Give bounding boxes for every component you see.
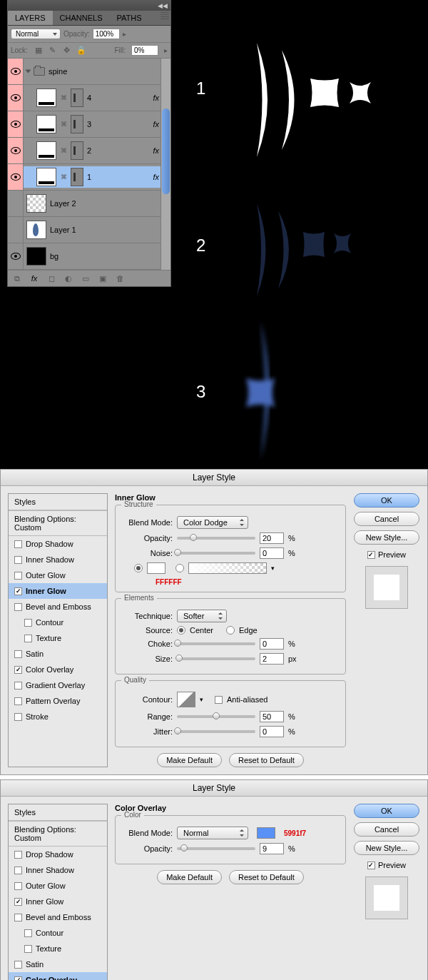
checkbox[interactable] [14, 587, 22, 595]
style-drop-shadow[interactable]: Drop Shadow [9, 847, 107, 862]
fx-indicator[interactable]: fx [153, 94, 159, 102]
opacity-input[interactable] [260, 843, 284, 854]
glow-gradient-swatch[interactable] [188, 562, 267, 574]
checkbox[interactable] [14, 898, 22, 906]
scrollbar[interactable] [160, 59, 170, 270]
styles-header[interactable]: Styles [9, 804, 107, 821]
visibility-toggle[interactable] [8, 111, 24, 137]
new-layer-icon[interactable]: ▣ [98, 273, 108, 283]
opacity-slider[interactable] [177, 537, 255, 540]
checkbox[interactable] [14, 914, 22, 921]
style-inner-shadow[interactable]: Inner Shadow [9, 862, 107, 878]
style-color-overlay[interactable]: Color Overlay [9, 662, 107, 677]
blend-mode-select[interactable]: Normal [11, 29, 61, 39]
scrollbar-thumb[interactable] [162, 108, 170, 194]
glow-color-swatch[interactable] [147, 562, 165, 574]
make-default-button[interactable]: Make Default [157, 753, 222, 767]
style-contour[interactable]: Contour [9, 615, 107, 630]
checkbox[interactable] [14, 697, 22, 705]
checkbox[interactable] [14, 961, 22, 969]
style-inner-glow[interactable]: Inner Glow [9, 583, 107, 599]
layer-layer2[interactable]: Layer 2 [24, 193, 170, 214]
opacity-slider[interactable] [177, 847, 255, 850]
lock-all-icon[interactable]: 🔒 [76, 46, 86, 56]
layer-4[interactable]: ⌘ 4 fx [24, 87, 170, 108]
layer-style-icon[interactable]: fx [29, 273, 39, 283]
checkbox[interactable] [24, 635, 32, 642]
antialiased-checkbox[interactable] [215, 696, 223, 704]
checkbox[interactable] [14, 851, 22, 859]
visibility-toggle[interactable] [8, 191, 24, 216]
visibility-toggle[interactable] [8, 59, 24, 84]
range-slider[interactable] [177, 715, 255, 718]
checkbox[interactable] [14, 976, 22, 981]
checkbox[interactable] [14, 713, 22, 721]
checkbox[interactable] [14, 882, 22, 890]
choke-slider[interactable] [177, 642, 255, 645]
reset-default-button[interactable]: Reset to Default [229, 753, 304, 767]
choke-input[interactable] [260, 638, 284, 650]
checkbox[interactable] [24, 619, 32, 627]
opacity-input[interactable] [260, 532, 284, 544]
checkbox[interactable] [14, 540, 22, 548]
disclosure-triangle-icon[interactable] [26, 70, 31, 74]
layer-group-spine[interactable]: spine [24, 66, 170, 77]
visibility-toggle[interactable] [8, 164, 24, 190]
gradient-dropdown-icon[interactable]: ▾ [271, 565, 275, 572]
checkbox[interactable] [14, 603, 22, 611]
style-texture[interactable]: Texture [9, 630, 107, 646]
checkbox[interactable] [14, 867, 22, 874]
checkbox[interactable] [14, 650, 22, 658]
checkbox[interactable] [14, 572, 22, 580]
style-pattern-overlay[interactable]: Pattern Overlay [9, 693, 107, 709]
style-inner-shadow[interactable]: Inner Shadow [9, 552, 107, 567]
style-stroke[interactable]: Stroke [9, 709, 107, 724]
styles-header[interactable]: Styles [9, 494, 107, 510]
visibility-toggle[interactable] [8, 217, 24, 243]
lock-position-icon[interactable]: ✥ [62, 46, 72, 56]
size-slider[interactable] [177, 657, 255, 660]
blending-options[interactable]: Blending Options: Custom [9, 510, 107, 536]
preview-checkbox[interactable] [367, 551, 375, 559]
style-gradient-overlay[interactable]: Gradient Overlay [9, 677, 107, 693]
layer-mask-icon[interactable]: ◻ [46, 273, 56, 283]
style-drop-shadow[interactable]: Drop Shadow [9, 536, 107, 552]
tab-layers[interactable]: LAYERS [8, 11, 53, 25]
layer-bg[interactable]: bg [24, 246, 170, 267]
reset-default-button[interactable]: Reset to Default [229, 870, 304, 884]
blend-mode-select[interactable]: Normal [177, 827, 248, 839]
source-center-radio[interactable] [177, 626, 185, 635]
preview-checkbox[interactable] [367, 862, 375, 869]
contour-picker[interactable] [177, 692, 195, 707]
layer-1-shape[interactable]: ⌘ 1 fx [24, 166, 170, 188]
style-bevel-emboss[interactable]: Bevel and Emboss [9, 599, 107, 615]
checkbox[interactable] [14, 556, 22, 564]
new-group-icon[interactable]: ▭ [81, 273, 91, 283]
checkbox[interactable] [14, 666, 22, 674]
cancel-button[interactable]: Cancel [354, 822, 419, 837]
ok-button[interactable]: OK [354, 804, 419, 818]
blending-options[interactable]: Blending Options: Custom [9, 821, 107, 847]
checkbox[interactable] [24, 929, 32, 937]
link-layers-icon[interactable]: ⧉ [12, 273, 22, 283]
lock-transparency-icon[interactable]: ▦ [34, 46, 44, 56]
fx-indicator[interactable]: fx [153, 120, 159, 128]
adjustment-layer-icon[interactable]: ◐ [63, 273, 73, 283]
style-satin[interactable]: Satin [9, 646, 107, 662]
delete-layer-icon[interactable]: 🗑 [115, 273, 125, 283]
layer-layer1[interactable]: Layer 1 [24, 219, 170, 241]
opacity-dropdown-icon[interactable]: ▸ [123, 30, 126, 38]
noise-slider[interactable] [177, 552, 255, 555]
tab-paths[interactable]: PATHS [110, 11, 149, 25]
style-satin[interactable]: Satin [9, 956, 107, 972]
overlay-color-swatch[interactable] [257, 827, 275, 839]
technique-select[interactable]: Softer [177, 610, 227, 622]
cancel-button[interactable]: Cancel [354, 512, 419, 526]
ok-button[interactable]: OK [354, 493, 419, 507]
make-default-button[interactable]: Make Default [157, 870, 222, 884]
visibility-toggle[interactable] [8, 138, 24, 163]
jitter-slider[interactable] [177, 730, 255, 733]
blend-mode-select[interactable]: Color Dodge [177, 516, 248, 529]
color-radio[interactable] [134, 564, 143, 572]
checkbox[interactable] [24, 945, 32, 953]
